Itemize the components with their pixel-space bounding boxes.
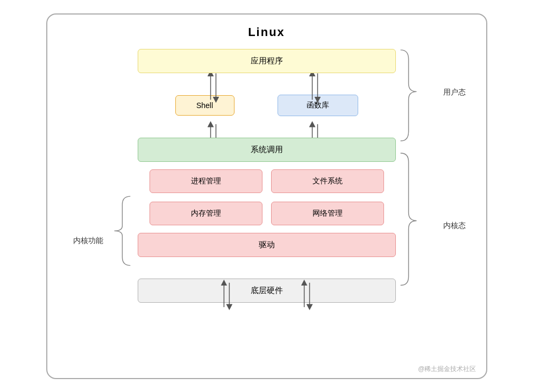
syscall-layer: 系统调用 bbox=[138, 138, 396, 162]
diagram-title: Linux bbox=[63, 25, 470, 39]
lib-box: 函数库 bbox=[278, 95, 358, 116]
arrow-row-3 bbox=[138, 257, 396, 279]
process-box: 进程管理 bbox=[150, 169, 262, 193]
watermark: @稀土掘金技术社区 bbox=[418, 365, 476, 374]
app-layer: 应用程序 bbox=[138, 49, 396, 73]
userstate-label: 用户态 bbox=[443, 88, 466, 97]
kernelfunc-label: 内核功能 bbox=[73, 236, 103, 246]
arrow-row-2 bbox=[138, 116, 396, 138]
network-box: 网络管理 bbox=[271, 202, 384, 225]
hardware-layer: 底层硬件 bbox=[138, 279, 396, 303]
kernel-section: 进程管理 文件系统 内存管理 网络管理 bbox=[138, 169, 396, 225]
kernelstate-label: 内核态 bbox=[443, 221, 466, 231]
arrow-row-1 bbox=[138, 73, 396, 95]
inner-area: 应用程序 Shell 函数库 系统调用 进程管理 文件系统 bbox=[63, 49, 470, 364]
shell-box: Shell bbox=[175, 95, 234, 116]
shell-lib-row: Shell 函数库 bbox=[138, 95, 396, 116]
driver-layer: 驱动 bbox=[138, 233, 396, 257]
diagram-container: Linux bbox=[46, 13, 487, 379]
memory-box: 内存管理 bbox=[150, 202, 262, 225]
filesystem-box: 文件系统 bbox=[271, 169, 384, 193]
